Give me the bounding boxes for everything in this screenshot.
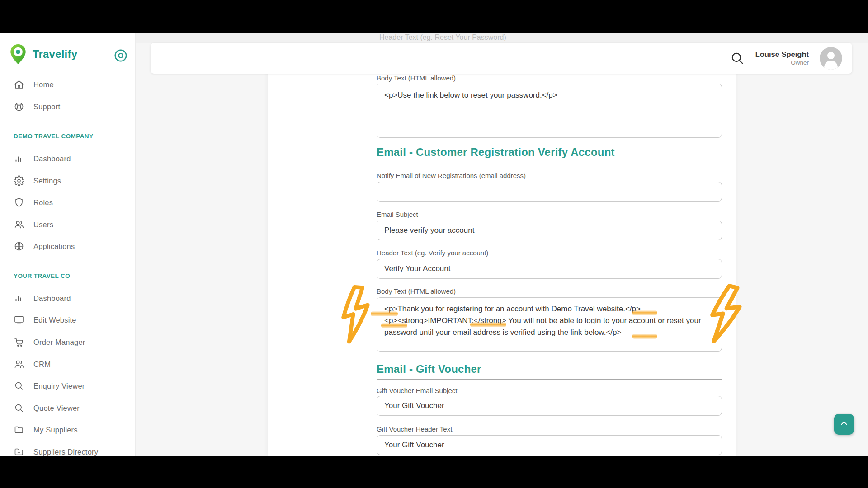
sidebar-item-settings[interactable]: Settings [14, 172, 61, 190]
main-area: Body Text (HTML allowed) <p>Use the link… [136, 33, 868, 456]
magnifier-icon [14, 403, 24, 413]
sidebar-item-enquiry-viewer[interactable]: Enquiry Viewer [14, 377, 85, 395]
section-divider [377, 164, 722, 164]
notify-email-input[interactable] [377, 182, 722, 202]
magnifier-icon [14, 380, 24, 391]
body-text-label: Body Text (HTML allowed) [377, 287, 456, 295]
sidebar-section-heading: DEMO TRAVEL COMPANY [14, 133, 93, 140]
letterbox-bottom [0, 456, 868, 488]
sidebar-item-label: Suppliers Directory [33, 448, 98, 456]
sidebar-item-suppliers-directory[interactable]: Suppliers Directory [14, 443, 98, 456]
sidebar-item-label: Users [33, 221, 53, 229]
shield-icon [14, 197, 24, 208]
body-text-area-verify[interactable]: <p>Thank you for registering for an acco… [377, 297, 722, 352]
section-title-gift-voucher: Email - Gift Voucher [377, 363, 722, 375]
notify-email-label: Notify Email of New Registrations (email… [377, 172, 526, 179]
sidebar-item-applications[interactable]: Applications [14, 237, 75, 255]
app-viewport: Travelify Home Support DEMO TRAVEL COMPA… [0, 33, 868, 456]
gift-voucher-header-label: Gift Voucher Header Text [377, 425, 452, 433]
arrow-up-icon [839, 419, 849, 429]
gift-voucher-header-input[interactable] [377, 435, 722, 455]
sidebar-item-my-suppliers[interactable]: My Suppliers [14, 421, 78, 439]
body-text-label-top: Body Text (HTML allowed) [377, 74, 456, 82]
folder-plus-icon [14, 446, 24, 456]
sidebar-item-label: Roles [33, 198, 53, 207]
sidebar-section-heading: YOUR TRAVEL CO [14, 272, 70, 279]
email-subject-label: Email Subject [377, 211, 418, 218]
sidebar-item-support[interactable]: Support [14, 98, 60, 116]
folder-icon [14, 424, 24, 435]
top-header: Louise Speight Owner [151, 43, 852, 74]
travelify-pin-icon [9, 44, 27, 65]
sidebar: Travelify Home Support DEMO TRAVEL COMPA… [0, 33, 136, 456]
sidebar-item-order-manager[interactable]: Order Manager [14, 333, 85, 351]
user-menu[interactable]: Louise Speight Owner [755, 50, 809, 67]
settings-form-card: Body Text (HTML allowed) <p>Use the link… [268, 33, 736, 456]
email-subject-input[interactable] [377, 221, 722, 240]
sidebar-item-label: Home [33, 80, 54, 89]
section-divider [377, 379, 722, 380]
sidebar-item-label: Quote Viewer [33, 404, 80, 413]
monitor-icon [14, 314, 24, 325]
sidebar-item-label: My Suppliers [33, 426, 78, 434]
sidebar-item-label: Order Manager [33, 338, 85, 347]
gift-voucher-subject-input[interactable] [377, 396, 722, 416]
letterbox-top [0, 0, 868, 33]
sidebar-item-label: CRM [33, 360, 51, 369]
user-name: Louise Speight [755, 50, 809, 59]
scroll-to-top-button[interactable] [834, 414, 854, 435]
gear-icon [14, 175, 24, 186]
sidebar-item-label: Edit Website [33, 316, 76, 324]
sidebar-item-label: Dashboard [33, 294, 71, 303]
lifebuoy-icon [14, 101, 24, 112]
home-icon [14, 79, 24, 90]
users-icon [14, 219, 24, 230]
sidebar-item-edit-website[interactable]: Edit Website [14, 311, 76, 329]
sidebar-item-dashboard-demo[interactable]: Dashboard [14, 150, 71, 168]
brand-logo[interactable]: Travelify [9, 44, 77, 65]
gift-voucher-subject-label: Gift Voucher Email Subject [377, 387, 457, 394]
globe-icon [14, 241, 24, 252]
faded-header-text-label: Header Text (eg. Reset Your Password) [379, 33, 506, 42]
sidebar-item-roles[interactable]: Roles [14, 193, 53, 211]
bar-chart-icon [14, 293, 24, 304]
header-text-input[interactable] [377, 259, 722, 279]
scrolled-content-strip: Header Text (eg. Reset Your Password) [136, 33, 868, 43]
sidebar-item-dashboard-your[interactable]: Dashboard [14, 289, 71, 307]
sidebar-item-label: Enquiry Viewer [33, 382, 85, 390]
avatar-person-icon [827, 52, 835, 59]
sidebar-item-label: Dashboard [33, 155, 71, 163]
search-icon[interactable] [730, 51, 745, 66]
body-text-area-reset-password[interactable]: <p>Use the link below to reset your pass… [377, 84, 722, 138]
sidebar-item-users[interactable]: Users [14, 216, 53, 234]
sidebar-item-home[interactable]: Home [14, 75, 54, 94]
sidebar-item-label: Applications [33, 242, 75, 251]
user-role: Owner [755, 59, 809, 67]
avatar[interactable] [820, 47, 842, 70]
sidebar-collapse-icon[interactable] [113, 48, 128, 63]
sidebar-item-label: Support [33, 103, 60, 111]
sidebar-item-label: Settings [33, 177, 61, 185]
sidebar-item-crm[interactable]: CRM [14, 355, 51, 373]
brand-name: Travelify [33, 48, 77, 61]
shopping-cart-icon [14, 337, 24, 347]
header-text-label: Header Text (eg. Verify your account) [377, 249, 488, 257]
users-icon [14, 359, 24, 370]
bar-chart-icon [14, 153, 24, 164]
sidebar-item-quote-viewer[interactable]: Quote Viewer [14, 399, 80, 417]
section-title-verify-account: Email - Customer Registration Verify Acc… [377, 146, 722, 159]
